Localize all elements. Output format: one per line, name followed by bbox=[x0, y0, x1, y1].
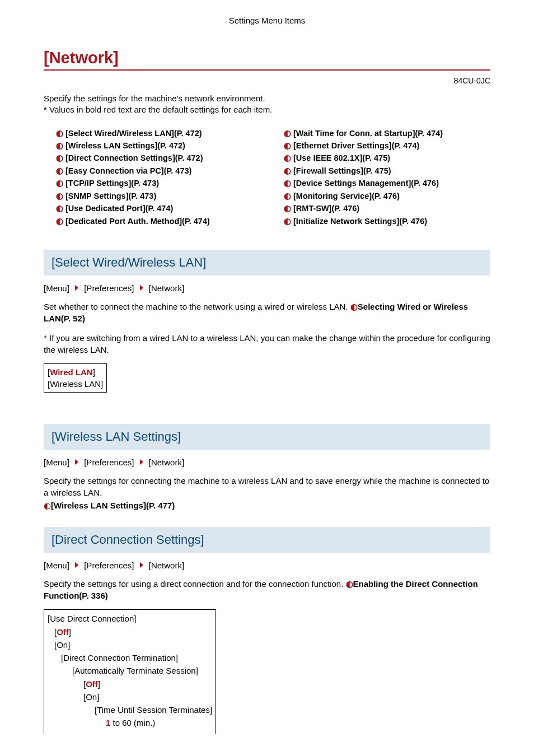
crumb-preferences: [Preferences] bbox=[84, 283, 134, 293]
toc-link[interactable]: ◐[Direct Connection Settings](P. 472) bbox=[56, 152, 263, 164]
default-value: Wired LAN bbox=[50, 367, 93, 377]
bullet-icon: ◐ bbox=[56, 202, 63, 214]
breadcrumb: [Menu] [Preferences] [Network] bbox=[44, 561, 490, 570]
intro-text: Specify the settings for the machine's n… bbox=[44, 93, 490, 116]
option-row: [Direct Connection Termination] bbox=[48, 651, 212, 664]
running-header: Settings Menu Items bbox=[44, 16, 490, 25]
toc-link[interactable]: ◐[TCP/IP Settings](P. 473) bbox=[56, 177, 263, 189]
toc-right-column: ◐[Wait Time for Conn. at Startup](P. 474… bbox=[284, 127, 490, 228]
bullet-icon: ◐ bbox=[56, 152, 63, 164]
toc-link-text: [Initialize Network Settings](P. 476) bbox=[293, 217, 427, 226]
bullet-icon: ◐ bbox=[56, 177, 63, 189]
section-body: Set whether to connect the machine to th… bbox=[44, 301, 490, 324]
bullet-icon: ◐ bbox=[284, 190, 291, 202]
toc-link-text: [RMT-SW](P. 476) bbox=[293, 204, 359, 213]
toc-link-text: [Direct Connection Settings](P. 472) bbox=[65, 153, 203, 162]
default-value: Off bbox=[57, 627, 69, 637]
page-title: [Network] bbox=[44, 49, 490, 71]
value-box-open: [Use Direct Connection] [Off] [On] [Dire… bbox=[44, 609, 216, 734]
toc-link-text: [Easy Connection via PC](P. 473) bbox=[65, 166, 191, 175]
section-heading-text: [Direct Connection Settings] bbox=[51, 533, 204, 547]
bullet-icon: ◐ bbox=[284, 165, 291, 177]
toc-link[interactable]: ◐[Easy Connection via PC](P. 473) bbox=[56, 165, 263, 177]
chevron-right-icon bbox=[75, 285, 78, 291]
bullet-icon: ◐ bbox=[284, 177, 291, 189]
option-range: 1 to 60 (min.) bbox=[48, 716, 212, 729]
toc-link[interactable]: ◐[Device Settings Management](P. 476) bbox=[284, 177, 490, 189]
toc-link-text: [Ethernet Driver Settings](P. 474) bbox=[293, 141, 419, 150]
toc-link-text: [Device Settings Management](P. 476) bbox=[293, 179, 439, 188]
crumb-network: [Network] bbox=[149, 283, 184, 293]
bullet-icon: ◐ bbox=[284, 215, 291, 227]
chevron-right-icon bbox=[140, 562, 143, 568]
toc-link-text: [SNMP Settings](P. 473) bbox=[65, 192, 156, 200]
toc-link[interactable]: ◐[Dedicated Port Auth. Method](P. 474) bbox=[56, 215, 263, 227]
bullet-icon: ◐ bbox=[56, 165, 63, 177]
section-select-wired-wireless: [Select Wired/Wireless LAN] [Menu] [Pref… bbox=[44, 250, 490, 408]
toc-link-text: [Firewall Settings](P. 475) bbox=[293, 166, 391, 175]
toc-link[interactable]: ◐[Firewall Settings](P. 475) bbox=[284, 165, 490, 177]
breadcrumb: [Menu] [Preferences] [Network] bbox=[44, 283, 490, 293]
toc-link[interactable]: ◐[Wireless LAN Settings](P. 472) bbox=[56, 139, 263, 152]
section-wireless-lan-settings: [Wireless LAN Settings] [Menu] [Preferen… bbox=[44, 424, 490, 511]
option-row: [Automatically Terminate Session] bbox=[48, 664, 212, 677]
toc-link[interactable]: ◐[Wait Time for Conn. at Startup](P. 474… bbox=[284, 127, 490, 139]
toc-link[interactable]: ◐[Ethernet Driver Settings](P. 474) bbox=[284, 139, 490, 152]
bullet-icon: ◐ bbox=[56, 215, 63, 227]
toc-link[interactable]: ◐[Use Dedicated Port](P. 474) bbox=[56, 202, 263, 214]
section-heading-text: [Select Wired/Wireless LAN] bbox=[51, 255, 206, 269]
section-direct-connection: [Direct Connection Settings] [Menu] [Pre… bbox=[44, 527, 490, 734]
toc-link[interactable]: ◐[Use IEEE 802.1X](P. 475) bbox=[284, 152, 490, 164]
option-default: [Off] bbox=[48, 626, 212, 638]
section-heading: [Select Wired/Wireless LAN] bbox=[44, 250, 490, 276]
intro-line-2: * Values in bold red text are the defaul… bbox=[44, 105, 272, 114]
section-note: * If you are switching from a wired LAN … bbox=[44, 332, 490, 356]
toc-link[interactable]: ◐[Initialize Network Settings](P. 476) bbox=[284, 215, 490, 227]
bullet-icon: ◐ bbox=[56, 127, 63, 139]
option-row: [On] bbox=[48, 638, 212, 651]
chevron-right-icon bbox=[140, 459, 143, 465]
section-body: Specify the settings for connecting the … bbox=[44, 475, 490, 498]
option-default: [Off] bbox=[48, 678, 212, 690]
bullet-icon: ◐ bbox=[346, 579, 353, 589]
section-body-text: Specify the settings for using a direct … bbox=[44, 579, 346, 589]
chevron-right-icon bbox=[140, 285, 143, 291]
toc-link-text: [Monitoring Service](P. 476) bbox=[293, 192, 400, 200]
toc-link-text: [Use IEEE 802.1X](P. 475) bbox=[293, 153, 390, 162]
crumb-preferences: [Preferences] bbox=[84, 458, 134, 467]
bullet-icon: ◐ bbox=[44, 501, 51, 510]
toc-link-text: [Wait Time for Conn. at Startup](P. 474) bbox=[293, 129, 443, 138]
section-body: Specify the settings for using a direct … bbox=[44, 578, 490, 601]
crumb-network: [Network] bbox=[149, 458, 184, 467]
toc-link-text: [TCP/IP Settings](P. 473) bbox=[65, 179, 159, 188]
toc-columns: ◐[Select Wired/Wireless LAN](P. 472) ◐[W… bbox=[56, 127, 490, 228]
crumb-menu: [Menu] bbox=[44, 458, 69, 467]
crumb-network: [Network] bbox=[149, 561, 184, 570]
toc-link-text: [Wireless LAN Settings](P. 472) bbox=[65, 141, 185, 150]
toc-link[interactable]: ◐[SNMP Settings](P. 473) bbox=[56, 190, 263, 202]
toc-link[interactable]: ◐[Select Wired/Wireless LAN](P. 472) bbox=[56, 127, 263, 139]
toc-link[interactable]: ◐[Monitoring Service](P. 476) bbox=[284, 190, 490, 202]
toc-left-column: ◐[Select Wired/Wireless LAN](P. 472) ◐[W… bbox=[56, 127, 263, 228]
toc-link-text: [Use Dedicated Port](P. 474) bbox=[65, 204, 173, 213]
chevron-right-icon bbox=[75, 459, 78, 465]
bullet-icon: ◐ bbox=[284, 202, 291, 214]
cross-ref-text: [Wireless LAN Settings](P. 477) bbox=[51, 501, 175, 510]
bullet-icon: ◐ bbox=[350, 302, 358, 311]
option-row: [Use Direct Connection] bbox=[48, 612, 212, 625]
option-row: [On] bbox=[48, 690, 212, 703]
breadcrumb: [Menu] [Preferences] [Network] bbox=[44, 458, 490, 467]
bullet-icon: ◐ bbox=[284, 139, 291, 152]
cross-ref-link[interactable]: ◐[Wireless LAN Settings](P. 477) bbox=[44, 500, 490, 511]
value-box: [Wired LAN] [Wireless LAN] bbox=[44, 363, 107, 393]
section-body-text: Set whether to connect the machine to th… bbox=[44, 302, 350, 311]
toc-link-text: [Select Wired/Wireless LAN](P. 472) bbox=[65, 129, 202, 138]
option-other: [Wireless LAN] bbox=[48, 378, 103, 390]
toc-link-text: [Dedicated Port Auth. Method](P. 474) bbox=[65, 217, 210, 226]
crumb-menu: [Menu] bbox=[44, 561, 69, 570]
bullet-icon: ◐ bbox=[56, 190, 63, 202]
bullet-icon: ◐ bbox=[284, 152, 291, 164]
toc-link[interactable]: ◐[RMT-SW](P. 476) bbox=[284, 202, 490, 214]
crumb-menu: [Menu] bbox=[44, 283, 69, 293]
bullet-icon: ◐ bbox=[284, 127, 291, 139]
